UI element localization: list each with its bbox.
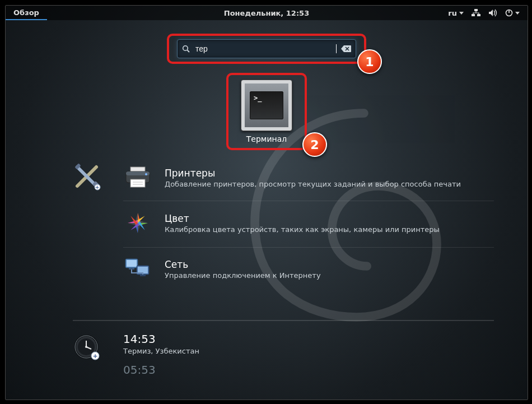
svg-rect-33 bbox=[129, 268, 134, 270]
svg-rect-1 bbox=[472, 14, 475, 16]
clock-result-termez[interactable]: 14:53 Термиз, Узбекистан bbox=[123, 330, 494, 361]
chevron-down-icon bbox=[459, 12, 464, 15]
svg-text:+: + bbox=[95, 184, 100, 190]
search-bar[interactable] bbox=[177, 39, 356, 58]
settings-result-color[interactable]: Цвет Калибровка цвета устройств, таких к… bbox=[123, 201, 494, 248]
app-result-label: Терминал bbox=[222, 134, 311, 150]
svg-point-5 bbox=[183, 46, 188, 51]
topbar-clock-text[interactable]: Понедельник, 12:53 bbox=[224, 9, 309, 17]
result-desc: Управление подключением к Интернету bbox=[165, 271, 321, 280]
result-title: Принтеры bbox=[165, 168, 461, 179]
printer-icon bbox=[124, 166, 152, 189]
keyboard-layout-indicator[interactable]: ru bbox=[448, 9, 464, 17]
app-result-area: Терминал bbox=[222, 68, 311, 150]
chevron-down-icon bbox=[515, 12, 520, 15]
svg-point-16 bbox=[145, 173, 147, 175]
search-input[interactable] bbox=[194, 44, 335, 54]
svg-line-6 bbox=[188, 50, 190, 53]
text-caret bbox=[336, 44, 337, 53]
search-icon bbox=[182, 45, 190, 53]
result-desc: Добавление принтеров, просмотр текущих з… bbox=[165, 180, 461, 188]
svg-rect-30 bbox=[127, 260, 137, 267]
power-icon bbox=[505, 9, 513, 17]
activities-label: Обзор bbox=[13, 8, 39, 17]
app-launcher-terminal[interactable]: Терминал bbox=[222, 80, 311, 150]
annotation-callout-1: 1 bbox=[357, 49, 382, 74]
keyboard-layout-label: ru bbox=[448, 9, 457, 17]
settings-icon: + bbox=[73, 162, 101, 191]
clock-time: 05:53 bbox=[123, 363, 494, 377]
terminal-icon bbox=[241, 80, 292, 131]
network-icon bbox=[472, 9, 480, 17]
activities-button[interactable]: Обзор bbox=[6, 6, 47, 20]
settings-search-results: + bbox=[73, 157, 494, 292]
volume-indicator[interactable] bbox=[488, 9, 497, 17]
svg-rect-0 bbox=[474, 9, 478, 11]
gnome-activities-overview: Обзор Понедельник, 12:53 ru bbox=[5, 5, 528, 400]
svg-rect-17 bbox=[130, 179, 145, 187]
svg-rect-2 bbox=[477, 14, 480, 16]
svg-rect-34 bbox=[140, 275, 146, 276]
clock-app-icon: + bbox=[73, 333, 101, 361]
settings-result-printers[interactable]: Принтеры Добавление принтеров, просмотр … bbox=[123, 157, 494, 201]
clock-time: 14:53 bbox=[123, 332, 494, 346]
color-icon bbox=[125, 210, 151, 236]
result-title: Сеть bbox=[165, 259, 321, 270]
svg-point-40 bbox=[85, 346, 87, 348]
search-bar-area bbox=[177, 39, 356, 58]
result-title: Цвет bbox=[165, 213, 440, 224]
result-desc: Калибровка цвета устройств, таких как эк… bbox=[165, 225, 440, 234]
settings-provider-icon[interactable]: + bbox=[73, 162, 101, 191]
clear-search-icon[interactable] bbox=[341, 45, 351, 52]
top-bar: Обзор Понедельник, 12:53 ru bbox=[6, 6, 528, 20]
clocks-search-results: + 14:53 Термиз, Узбекистан 05:53 bbox=[73, 321, 494, 382]
network-settings-icon bbox=[123, 257, 152, 281]
clocks-provider-icon[interactable]: + bbox=[73, 333, 101, 361]
volume-icon bbox=[488, 9, 497, 17]
network-indicator[interactable] bbox=[472, 9, 480, 17]
clock-result-next[interactable]: 05:53 bbox=[123, 361, 494, 382]
clock-location: Термиз, Узбекистан bbox=[123, 347, 494, 355]
topbar-right: ru bbox=[448, 9, 528, 17]
power-indicator[interactable] bbox=[505, 9, 520, 17]
settings-result-network[interactable]: Сеть Управление подключением к Интернету bbox=[123, 248, 494, 292]
svg-text:+: + bbox=[92, 352, 97, 360]
